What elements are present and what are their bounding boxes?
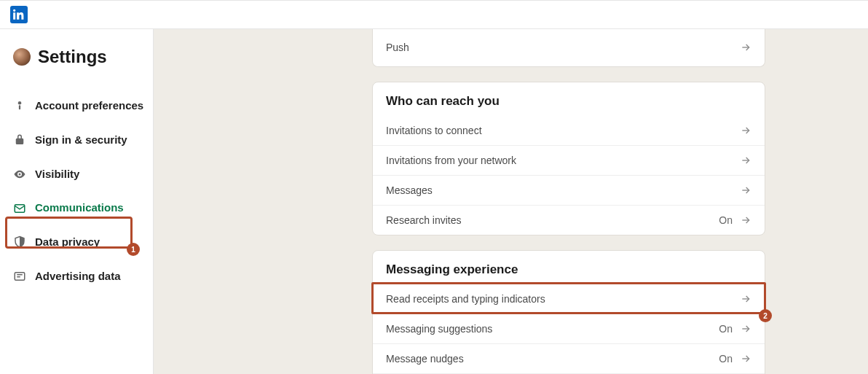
row-invitations-network[interactable]: Invitations from your network: [373, 145, 765, 175]
linkedin-icon: [13, 9, 25, 20]
row-invitations-connect[interactable]: Invitations to connect: [373, 116, 765, 145]
settings-header: Settings: [13, 47, 147, 67]
linkedin-logo[interactable]: [10, 6, 28, 23]
eye-icon: [13, 168, 26, 181]
row-value: On: [719, 214, 733, 226]
arrow-right-icon: [740, 293, 751, 305]
row-research-invites[interactable]: Research invites On: [373, 205, 765, 235]
row-label: Messages: [386, 184, 433, 196]
card-who-can-reach: Who can reach you Invitations to connect…: [372, 82, 765, 235]
sidebar-item-label: Communications: [35, 201, 124, 215]
arrow-right-icon: [740, 42, 751, 53]
row-label: Message nudges: [386, 353, 464, 365]
row-label: Read receipts and typing indicators: [386, 293, 545, 305]
sidebar-item-label: Advertising data: [35, 270, 121, 284]
arrow-right-icon: [740, 353, 751, 365]
shield-icon: [13, 235, 26, 249]
page-title: Settings: [38, 47, 107, 67]
sidebar-item-label: Account preferences: [35, 99, 143, 113]
svg-rect-1: [19, 106, 20, 110]
row-label: Research invites: [386, 214, 462, 226]
row-label: Invitations from your network: [386, 155, 516, 166]
card-notifications-tail: Push: [372, 29, 765, 67]
section-title: Who can reach you: [373, 82, 765, 116]
sidebar-item-label: Data privacy: [35, 235, 100, 249]
avatar[interactable]: [13, 48, 31, 66]
row-messages[interactable]: Messages: [373, 175, 765, 205]
newspaper-icon: [13, 270, 26, 283]
arrow-right-icon: [740, 184, 751, 196]
sidebar-item-label: Sign in & security: [35, 133, 127, 147]
lock-icon: [13, 133, 26, 147]
profile-icon: [13, 99, 26, 112]
row-message-nudges[interactable]: Message nudges On: [373, 343, 765, 373]
arrow-right-icon: [740, 214, 751, 226]
row-value: On: [719, 353, 733, 365]
envelope-icon: [13, 202, 26, 215]
topbar: [0, 0, 868, 29]
arrow-right-icon: [740, 155, 751, 166]
row-push[interactable]: Push: [373, 29, 765, 66]
sidebar-item-account-preferences[interactable]: Account preferences: [13, 89, 147, 123]
row-label: Invitations to connect: [386, 125, 482, 136]
sidebar-item-visibility[interactable]: Visibility: [13, 157, 147, 192]
arrow-right-icon: [740, 323, 751, 335]
sidebar-item-label: Visibility: [35, 168, 79, 182]
sidebar-item-data-privacy[interactable]: Data privacy: [13, 225, 147, 260]
row-label: Messaging suggestions: [386, 323, 492, 335]
sidebar-item-advertising-data[interactable]: Advertising data: [13, 260, 147, 294]
row-value: On: [719, 323, 733, 335]
svg-point-0: [18, 101, 22, 105]
sidebar-item-communications[interactable]: Communications: [13, 191, 147, 225]
sidebar-item-security[interactable]: Sign in & security: [13, 123, 147, 157]
annotation-badge-1: 1: [127, 243, 140, 256]
row-messaging-suggestions[interactable]: Messaging suggestions On: [373, 313, 765, 343]
sidebar: Settings Account preferences Sign in & s…: [0, 29, 153, 374]
annotation-badge-2: 2: [759, 309, 772, 322]
arrow-right-icon: [740, 125, 751, 136]
section-title: Messaging experience: [373, 251, 765, 284]
row-read-receipts[interactable]: Read receipts and typing indicators 2: [373, 284, 765, 313]
row-label: Push: [386, 42, 409, 53]
card-messaging-experience: Messaging experience Read receipts and t…: [372, 250, 765, 374]
main-content: Push Who can reach you Invitations to co…: [153, 29, 868, 374]
